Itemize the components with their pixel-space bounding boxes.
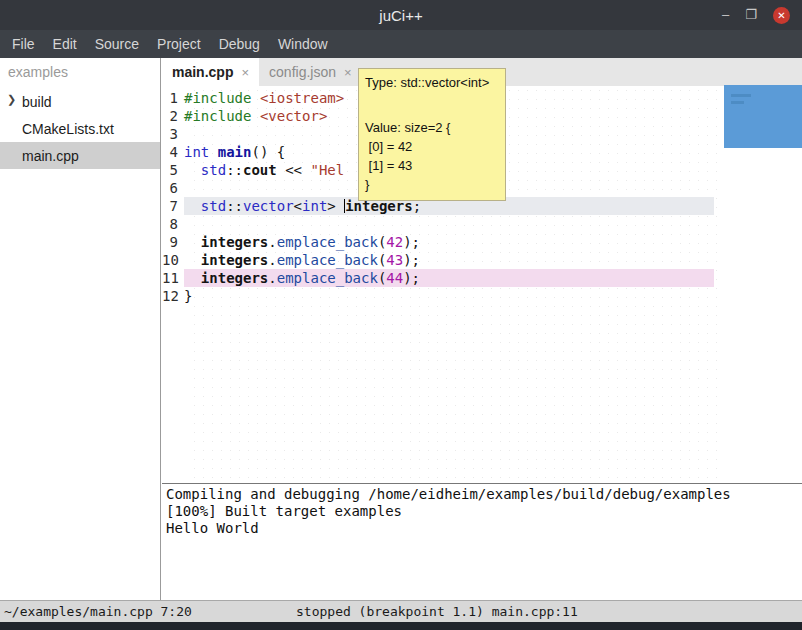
code-segment: 43 (386, 252, 403, 268)
code-line[interactable]: 12} (162, 287, 714, 305)
code-segment: vector (243, 198, 294, 214)
code-segment: 42 (386, 234, 403, 250)
code-segment: . (268, 252, 276, 268)
chevron-right-icon[interactable]: ❯ (7, 93, 16, 106)
sidebar-item-cmakelists-txt[interactable]: CMakeLists.txt (0, 115, 160, 142)
tooltip-line: [1] = 43 (365, 156, 499, 175)
line-number[interactable]: 6 (162, 179, 184, 197)
line-number[interactable]: 3 (162, 125, 184, 143)
menu-project[interactable]: Project (148, 32, 210, 56)
code-segment: :: (226, 162, 243, 178)
status-debug-state: stopped (breakpoint 1.1) main.cpp:11 (296, 604, 578, 619)
code-segment: ); (403, 252, 420, 268)
line-number[interactable]: 7 (162, 197, 184, 215)
tooltip-line: Value: size=2 { (365, 118, 499, 137)
debug-value-tooltip: Type: std::vector<int>Value: size=2 { [0… (358, 68, 506, 201)
tooltip-line: Type: std::vector<int> (365, 73, 499, 92)
line-number[interactable]: 9 (162, 233, 184, 251)
code-segment (251, 90, 259, 106)
code-segment: < (294, 198, 302, 214)
code-segment (251, 108, 259, 124)
code-segment: main (218, 144, 252, 160)
code-line[interactable]: 11 integers.emplace_back(44); (162, 269, 714, 287)
code-segment: . (268, 234, 276, 250)
code-segment (209, 144, 217, 160)
line-number[interactable]: 12 (162, 287, 184, 305)
code-segment: std (201, 198, 226, 214)
menu-source[interactable]: Source (86, 32, 148, 56)
window-title: juCi++ (0, 7, 802, 24)
code-segment: > (327, 198, 344, 214)
terminal-output[interactable]: Compiling and debugging /home/eidheim/ex… (162, 483, 802, 600)
code-line[interactable]: 9 integers.emplace_back(42); (162, 233, 714, 251)
menu-edit[interactable]: Edit (44, 32, 86, 56)
code-line-content[interactable]: integers.emplace_back(43); (184, 251, 714, 269)
terminal-line: Compiling and debugging /home/eidheim/ex… (166, 486, 798, 503)
code-segment (184, 270, 201, 286)
tab-label: config.json (269, 64, 336, 80)
code-segment: } (184, 288, 192, 304)
code-line[interactable]: 10 integers.emplace_back(43); (162, 251, 714, 269)
code-segment (184, 162, 201, 178)
code-line-content[interactable] (184, 215, 714, 233)
menu-debug[interactable]: Debug (210, 32, 269, 56)
line-number[interactable]: 2 (162, 107, 184, 125)
code-segment (184, 234, 201, 250)
code-segment: ); (403, 270, 420, 286)
status-file-position: ~/examples/main.cpp 7:20 (0, 604, 192, 619)
code-segment: ); (403, 234, 420, 250)
code-segment: emplace_back (277, 234, 378, 250)
code-segment: . (268, 270, 276, 286)
terminal-line: Hello World (166, 520, 798, 537)
code-line[interactable]: 8 (162, 215, 714, 233)
line-number[interactable]: 11 (162, 269, 184, 287)
code-segment: <vector> (260, 108, 327, 124)
close-icon[interactable]: × (344, 65, 352, 80)
code-segment: cout (243, 162, 277, 178)
bottom-strip (0, 622, 802, 630)
close-icon[interactable]: × (241, 65, 249, 80)
code-segment: std (201, 162, 226, 178)
restore-icon[interactable]: ❐ (745, 7, 757, 23)
minimize-icon[interactable]: – (722, 7, 729, 23)
code-segment: integers (201, 270, 268, 286)
sidebar-item-label: CMakeLists.txt (22, 121, 114, 137)
code-segment: emplace_back (277, 252, 378, 268)
overview-scrollbar[interactable] (724, 85, 802, 148)
code-segment: #include (184, 90, 251, 106)
code-segment (184, 198, 201, 214)
code-line-content[interactable]: integers.emplace_back(44); (184, 269, 714, 287)
file-tree: ❯buildCMakeLists.txtmain.cpp (0, 88, 160, 169)
tooltip-line: [0] = 42 (365, 137, 499, 156)
code-segment: integers (201, 252, 268, 268)
code-segment: () { (251, 144, 285, 160)
line-number[interactable]: 4 (162, 143, 184, 161)
sidebar-item-label: build (22, 94, 52, 110)
code-segment (184, 252, 201, 268)
sidebar-item-build[interactable]: ❯build (0, 88, 160, 115)
close-icon[interactable]: ✕ (773, 7, 790, 24)
code-segment: :: (226, 198, 243, 214)
code-segment: << (277, 162, 311, 178)
line-number[interactable]: 1 (162, 89, 184, 107)
line-number[interactable]: 5 (162, 161, 184, 179)
overview-mark (731, 94, 751, 97)
tab-config-json[interactable]: config.json× (259, 58, 362, 86)
tab-label: main.cpp (172, 64, 233, 80)
line-number[interactable]: 8 (162, 215, 184, 233)
sidebar-item-label: main.cpp (22, 148, 79, 164)
code-line-content[interactable]: } (184, 287, 714, 305)
main-area: main.cpp×config.json× 1#include <iostrea… (162, 58, 802, 600)
line-number[interactable]: 10 (162, 251, 184, 269)
tab-main-cpp[interactable]: main.cpp× (162, 58, 259, 86)
sidebar: examples ❯buildCMakeLists.txtmain.cpp (0, 58, 161, 600)
code-segment: <iostream> (260, 90, 344, 106)
menu-file[interactable]: File (3, 32, 44, 56)
menu-window[interactable]: Window (269, 32, 337, 56)
sidebar-item-main-cpp[interactable]: main.cpp (0, 142, 160, 169)
code-segment: "Hel (310, 162, 344, 178)
project-name: examples (0, 58, 160, 88)
statusbar: ~/examples/main.cpp 7:20 stopped (breakp… (0, 600, 802, 622)
titlebar: juCi++ – ❐ ✕ (0, 0, 802, 30)
code-line-content[interactable]: integers.emplace_back(42); (184, 233, 714, 251)
